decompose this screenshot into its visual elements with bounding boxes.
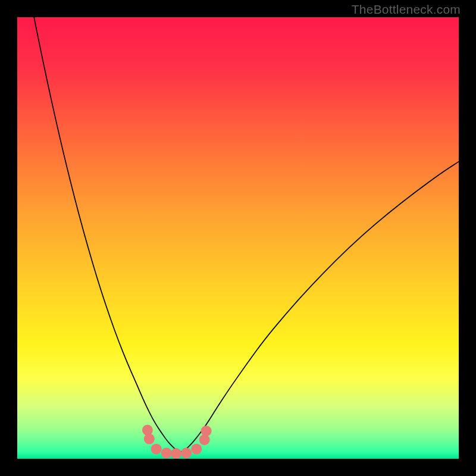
curve-layer: [17, 17, 459, 459]
data-point: [181, 447, 192, 458]
data-point: [144, 434, 155, 444]
data-point: [161, 447, 172, 458]
watermark-text: TheBottleneck.com: [352, 2, 461, 17]
data-point: [151, 444, 162, 455]
data-point: [201, 425, 212, 436]
data-point: [142, 425, 153, 436]
left-branch-path: [34, 17, 180, 452]
data-point: [191, 444, 202, 455]
chart-frame: TheBottleneck.com: [0, 0, 476, 476]
right-branch-path: [181, 162, 459, 452]
data-point: [171, 448, 181, 459]
data-point: [199, 434, 210, 445]
